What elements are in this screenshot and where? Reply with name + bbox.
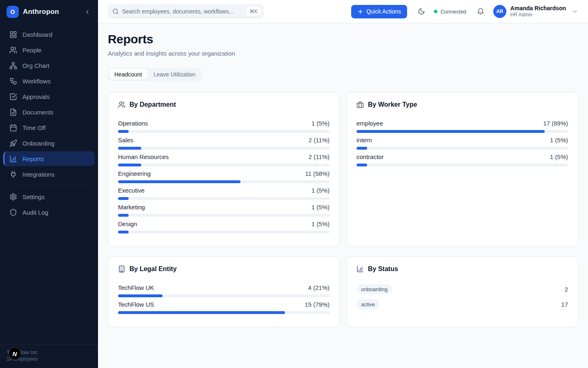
page-subtitle: Analytics and insights across your organ… xyxy=(108,50,578,57)
status-count: 2 xyxy=(565,286,568,293)
org-chart-icon xyxy=(9,62,17,70)
status-badge: active xyxy=(356,299,379,310)
nextjs-dev-badge[interactable]: N xyxy=(9,348,21,360)
approvals-icon xyxy=(9,93,17,101)
sidebar-item-label: Audit Log xyxy=(22,209,48,216)
stat-row: contractor1 (5%) xyxy=(356,153,568,166)
global-search[interactable]: ⌘K xyxy=(108,4,264,19)
user-info: Amanda Richardson HR Admin xyxy=(510,5,566,18)
card-header: By Department xyxy=(118,101,330,108)
sidebar-item-time-off[interactable]: Time Off xyxy=(3,120,95,135)
sidebar-item-settings[interactable]: Settings xyxy=(3,189,95,204)
sidebar-item-integrations[interactable]: Integrations xyxy=(3,167,95,182)
tab-leave-utilization[interactable]: Leave Utilization xyxy=(148,69,201,80)
progress-bar xyxy=(118,197,330,200)
stat-label: Human Resources xyxy=(118,153,169,160)
stat-label: TechFlow US xyxy=(118,301,154,308)
sidebar-item-label: Integrations xyxy=(22,171,54,178)
status-dot xyxy=(434,10,437,13)
sidebar-item-dashboard[interactable]: Dashboard xyxy=(3,27,95,42)
stat-row: Marketing1 (5%) xyxy=(118,204,330,217)
stat-value: 15 (79%) xyxy=(305,301,330,308)
sidebar-item-reports[interactable]: Reports xyxy=(3,151,95,166)
sidebar-item-documents[interactable]: Documents xyxy=(3,105,95,119)
sidebar-item-org-chart[interactable]: Org Chart xyxy=(3,58,95,73)
sidebar-nav: Dashboard People Org Chart Workflows App… xyxy=(0,24,98,220)
chevron-left-icon xyxy=(84,9,91,15)
stat-label: contractor xyxy=(356,153,384,160)
card-title: By Status xyxy=(368,265,398,273)
progress-bar xyxy=(356,147,568,150)
sidebar-collapse-button[interactable] xyxy=(83,8,91,16)
stat-label: Engineering xyxy=(118,170,151,177)
sidebar-item-label: Time Off xyxy=(22,124,46,131)
tab-headcount[interactable]: Headcount xyxy=(109,69,147,80)
stat-label: Design xyxy=(118,220,137,227)
stat-label: Sales xyxy=(118,137,134,144)
sidebar-item-label: Settings xyxy=(22,193,45,200)
stat-label: Marketing xyxy=(118,204,145,211)
progress-bar xyxy=(118,231,330,233)
sidebar-item-people[interactable]: People xyxy=(3,43,95,57)
status-count: 17 xyxy=(561,301,568,308)
keyboard-shortcut-badge: ⌘K xyxy=(247,7,261,16)
briefcase-icon xyxy=(356,101,364,108)
sidebar-item-label: Documents xyxy=(22,109,53,116)
dashboard-icon xyxy=(9,31,17,38)
card-header: By Legal Entity xyxy=(118,265,330,273)
stat-value: 1 (5%) xyxy=(312,204,330,211)
avatar: AR xyxy=(493,5,506,18)
rocket-icon xyxy=(9,139,17,147)
sidebar-item-label: Reports xyxy=(22,155,44,162)
stat-value: 1 (5%) xyxy=(550,153,568,160)
stat-row: Human Resources2 (11%) xyxy=(118,153,330,166)
sidebar-item-label: Workflows xyxy=(22,78,51,85)
plug-icon xyxy=(9,171,17,178)
main-content: Reports Analytics and insights across yo… xyxy=(98,0,588,337)
connection-status: Connected xyxy=(434,9,466,15)
sidebar-item-label: People xyxy=(22,47,42,54)
user-menu[interactable]: AR Amanda Richardson HR Admin xyxy=(493,5,578,18)
stat-value: 17 (89%) xyxy=(543,120,568,127)
quick-actions-button[interactable]: Quick Actions xyxy=(351,5,407,18)
app-name: Anthropon xyxy=(23,8,79,16)
topbar: ⌘K Quick Actions Connected AR Amanda Ric… xyxy=(98,0,588,23)
status-row: active 17 xyxy=(356,299,568,310)
stat-row: Operations1 (5%) xyxy=(118,120,330,133)
sidebar-item-approvals[interactable]: Approvals xyxy=(3,89,95,104)
people-icon xyxy=(9,46,17,54)
bar-chart-icon xyxy=(356,265,364,273)
progress-bar xyxy=(118,311,330,314)
progress-bar xyxy=(118,180,330,183)
page-title: Reports xyxy=(108,32,578,46)
search-input[interactable] xyxy=(122,8,243,15)
sidebar-item-label: Dashboard xyxy=(22,31,52,38)
stat-label: Operations xyxy=(118,120,148,127)
building-icon xyxy=(118,265,125,273)
dark-mode-toggle[interactable] xyxy=(416,6,427,17)
progress-bar xyxy=(118,147,330,150)
by-status-card: By Status onboarding 2 active 17 xyxy=(346,256,578,327)
documents-icon xyxy=(9,108,17,116)
by-department-card: By Department Operations1 (5%) Sales2 (1… xyxy=(108,92,340,247)
sidebar-divider xyxy=(10,185,88,186)
plus-icon xyxy=(357,9,363,15)
sidebar-item-audit-log[interactable]: Audit Log xyxy=(3,205,95,220)
card-title: By Worker Type xyxy=(368,101,417,108)
stat-value: 2 (11%) xyxy=(309,137,330,144)
stat-value: 1 (5%) xyxy=(312,220,330,227)
user-role: HR Admin xyxy=(510,12,566,18)
sidebar-item-workflows[interactable]: Workflows xyxy=(3,74,95,88)
card-title: By Legal Entity xyxy=(129,265,177,273)
moon-icon xyxy=(418,8,425,15)
stat-row: intern1 (5%) xyxy=(356,137,568,150)
sidebar-item-onboarding[interactable]: Onboarding xyxy=(3,136,95,150)
stat-value: 2 (11%) xyxy=(309,153,330,160)
calendar-icon xyxy=(9,124,17,132)
shield-icon xyxy=(9,209,17,216)
notifications-button[interactable] xyxy=(475,6,486,17)
card-title: By Department xyxy=(129,101,176,108)
progress-bar xyxy=(356,130,568,133)
stat-label: employee xyxy=(356,120,383,127)
by-worker-type-card: By Worker Type employee17 (89%) intern1 … xyxy=(346,92,578,247)
